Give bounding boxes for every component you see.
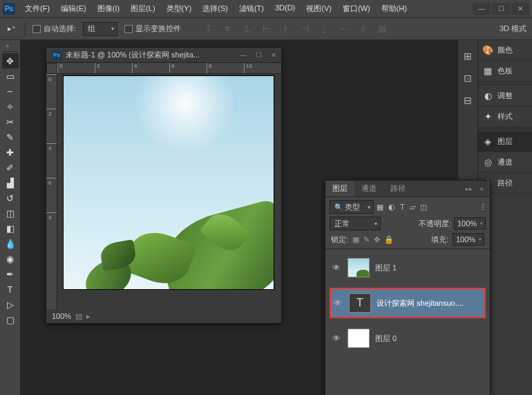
path-select-tool[interactable]: ▷ — [2, 297, 19, 312]
auto-select-group-dropdown[interactable]: 组 — [83, 22, 117, 36]
dodge-tool[interactable]: ◉ — [2, 251, 19, 266]
history-panel-icon[interactable]: ⊞ — [460, 48, 475, 64]
doc-minimize-button[interactable]: — — [236, 48, 251, 62]
panel-menu-icon[interactable]: ≡ — [476, 183, 487, 194]
doc-maximize-button[interactable]: ☐ — [251, 48, 266, 62]
magic-wand-tool[interactable]: ✧ — [2, 99, 19, 114]
window-controls: — ☐ ✕ — [473, 3, 529, 15]
menu-file[interactable]: 文件(F) — [21, 1, 54, 16]
align-bottom-icon[interactable]: ⊥ — [240, 24, 253, 34]
ruler-horizontal[interactable]: 0 2 4 6 8 10 — [57, 63, 281, 74]
lock-transparency-icon[interactable]: ▦ — [352, 235, 359, 244]
canvas-image[interactable] — [63, 75, 274, 290]
gradient-tool[interactable]: ◧ — [2, 221, 19, 236]
stamp-tool[interactable]: ▟ — [2, 175, 19, 190]
layer-name[interactable]: 图层 0 — [375, 333, 397, 344]
healing-tool[interactable]: ✚ — [2, 145, 19, 160]
text-layer-thumbnail[interactable]: T — [349, 293, 371, 313]
tab-paths[interactable]: 路径 — [383, 181, 412, 196]
brush-tool[interactable]: ✐ — [2, 160, 19, 175]
eyedropper-tool[interactable]: ✎ — [2, 129, 19, 145]
opacity-input[interactable]: 100% — [454, 217, 486, 230]
lock-position-icon[interactable]: ✥ — [374, 235, 380, 244]
blend-mode-dropdown[interactable]: 正常 — [330, 217, 381, 230]
filter-shape-icon[interactable]: ▱ — [410, 203, 415, 212]
eraser-tool[interactable]: ◫ — [2, 205, 19, 221]
move-tool[interactable]: ✥ — [2, 53, 19, 68]
align-right-icon[interactable]: ⊣ — [298, 24, 311, 34]
menu-layer[interactable]: 图层(L) — [126, 1, 159, 16]
layer-row[interactable]: 👁 图层 0 — [330, 327, 486, 350]
panel-channels[interactable]: ◎通道 — [478, 152, 532, 173]
panel-layers[interactable]: ◈图层 — [478, 131, 532, 152]
panel-color[interactable]: 🎨颜色 — [478, 40, 532, 61]
document-window: Ps 未标题-1 @ 100% (设计探索网 shejita... — ☐ ✕ … — [46, 47, 282, 324]
doc-close-button[interactable]: ✕ — [266, 48, 281, 62]
lock-all-icon[interactable]: 🔒 — [384, 235, 394, 244]
layer-name[interactable]: 图层 1 — [375, 263, 397, 273]
menu-3d[interactable]: 3D(D) — [271, 1, 299, 16]
menu-type[interactable]: 类型(Y) — [162, 1, 196, 16]
move-tool-icon[interactable]: ▸⁺ — [6, 23, 18, 35]
distribute-v-icon[interactable]: ⋯ — [337, 24, 350, 34]
visibility-icon[interactable]: 👁 — [334, 298, 343, 308]
filter-adjust-icon[interactable]: ◐ — [388, 203, 395, 212]
visibility-icon[interactable]: 👁 — [332, 263, 342, 273]
doc-info-arrow-icon[interactable]: ▸ — [86, 312, 91, 321]
tab-channels[interactable]: 通道 — [354, 181, 383, 196]
panel-swatches[interactable]: ▦色板 — [478, 61, 532, 82]
align-left-icon[interactable]: ⊢ — [260, 24, 272, 34]
document-tab[interactable]: Ps 未标题-1 @ 100% (设计探索网 shejita... — [46, 50, 205, 60]
crop-tool[interactable]: ✂ — [2, 114, 19, 129]
distribute-h-icon[interactable]: ⋮ — [318, 24, 330, 34]
menu-window[interactable]: 窗口(W) — [339, 1, 374, 16]
lock-pixels-icon[interactable]: ✎ — [363, 235, 370, 244]
layer-thumbnail[interactable] — [348, 329, 370, 348]
align-vcenter-icon[interactable]: ≡ — [221, 24, 234, 34]
maximize-button[interactable]: ☐ — [492, 3, 510, 15]
panel-styles[interactable]: ✦样式 — [478, 107, 532, 127]
layer-row[interactable]: 👁 图层 1 — [330, 256, 486, 279]
filter-pixel-icon[interactable]: ▦ — [377, 203, 383, 212]
lasso-tool[interactable]: ⌢ — [2, 84, 19, 99]
menu-edit[interactable]: 编辑(E) — [57, 1, 91, 16]
panel-adjustments[interactable]: ◐调整 — [478, 86, 532, 107]
minimize-button[interactable]: — — [473, 3, 491, 15]
blur-tool[interactable]: 💧 — [2, 236, 19, 251]
menu-filter[interactable]: 滤镜(T) — [235, 1, 268, 16]
menu-help[interactable]: 帮助(H) — [377, 1, 411, 16]
menu-view[interactable]: 视图(V) — [302, 1, 336, 16]
close-button[interactable]: ✕ — [511, 3, 529, 15]
ruler-vertical[interactable]: 0 2 4 6 8 — [46, 74, 57, 309]
auto-align-icon[interactable]: ⊞ — [376, 24, 388, 34]
tab-layers[interactable]: 图层 — [325, 181, 354, 196]
panel-collapse-icon[interactable]: ▸▸ — [464, 183, 475, 194]
toolbox-collapse-icon[interactable]: » — [6, 43, 15, 50]
visibility-icon[interactable]: 👁 — [332, 333, 342, 343]
layer-row-selected[interactable]: 👁 T 设计探索网 shejitansuo.... — [330, 288, 486, 318]
filter-toggle-switch[interactable] — [480, 202, 486, 212]
show-transform-toggle[interactable]: 显示变换控件 — [124, 24, 181, 34]
pen-tool[interactable]: ✒ — [2, 266, 19, 282]
menu-select[interactable]: 选择(S) — [198, 1, 232, 16]
menu-image[interactable]: 图像(I) — [93, 1, 124, 16]
doc-info-icon[interactable]: ▧ — [75, 312, 82, 321]
shape-tool[interactable]: ▢ — [2, 312, 19, 327]
text-tool[interactable]: T — [2, 282, 19, 297]
distribute-icon[interactable]: ⫴ — [357, 24, 369, 34]
filter-text-icon[interactable]: T — [400, 203, 405, 212]
layer-filter-dropdown[interactable]: 🔍 类型 — [330, 200, 374, 214]
auto-select-toggle[interactable]: 自动选择: — [32, 24, 76, 34]
filter-smart-icon[interactable]: ◫ — [420, 203, 427, 212]
align-hcenter-icon[interactable]: ⫲ — [279, 24, 292, 34]
align-top-icon[interactable]: ⊤ — [202, 24, 214, 34]
fill-input[interactable]: 100% — [453, 233, 484, 246]
3d-mode-label[interactable]: 3D 模式 — [500, 24, 526, 34]
history-brush-tool[interactable]: ↺ — [2, 190, 19, 205]
properties-panel-icon[interactable]: ⊡ — [460, 71, 475, 86]
layer-name[interactable]: 设计探索网 shejitansuo.... — [377, 298, 464, 309]
character-panel-icon[interactable]: ⊟ — [460, 93, 475, 108]
zoom-level[interactable]: 100% — [52, 312, 71, 320]
layer-thumbnail[interactable] — [348, 258, 370, 277]
marquee-tool[interactable]: ▭ — [2, 68, 19, 84]
